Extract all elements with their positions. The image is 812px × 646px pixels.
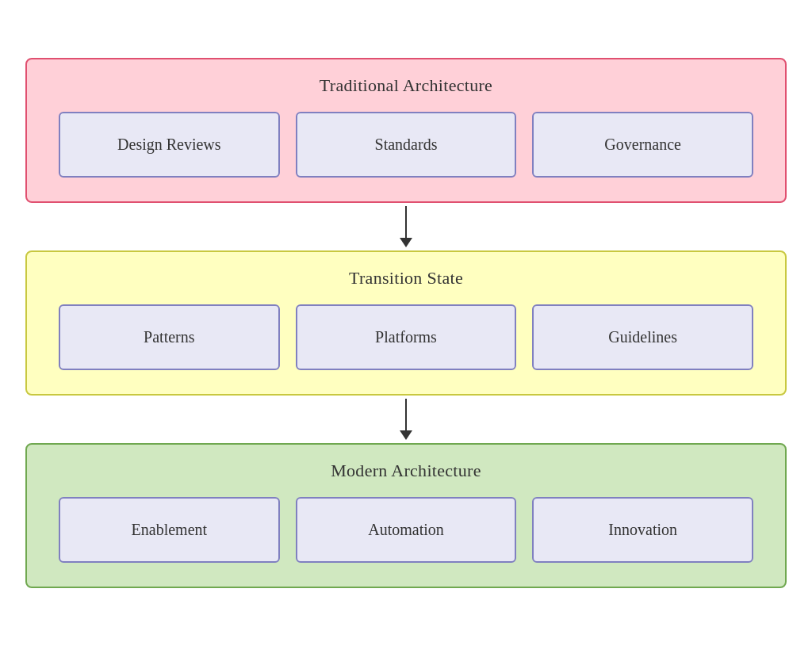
modern-architecture-section: Modern Architecture Enablement Automatio… (25, 443, 787, 588)
arrow-head-2 (400, 430, 412, 440)
standards-item: Standards (296, 112, 517, 178)
down-arrow-1 (400, 206, 412, 247)
traditional-architecture-section: Traditional Architecture Design Reviews … (25, 58, 787, 203)
patterns-item: Patterns (59, 304, 280, 370)
arrow-1 (25, 203, 787, 250)
transition-items-row: Patterns Platforms Guidelines (59, 304, 753, 370)
transition-state-title: Transition State (349, 268, 463, 289)
design-reviews-item: Design Reviews (59, 112, 280, 178)
arrow-head-1 (400, 238, 412, 247)
innovation-item: Innovation (532, 497, 753, 563)
transition-state-section: Transition State Patterns Platforms Guid… (25, 250, 787, 396)
traditional-items-row: Design Reviews Standards Governance (59, 112, 753, 178)
platforms-item: Platforms (296, 304, 517, 370)
arrow-line-2 (405, 399, 407, 430)
modern-architecture-title: Modern Architecture (331, 461, 481, 481)
arrow-line-1 (405, 206, 407, 238)
governance-item: Governance (532, 112, 753, 178)
enablement-item: Enablement (59, 497, 280, 563)
automation-item: Automation (296, 497, 517, 563)
diagram-container: Traditional Architecture Design Reviews … (25, 42, 787, 604)
modern-items-row: Enablement Automation Innovation (59, 497, 753, 563)
guidelines-item: Guidelines (532, 304, 753, 370)
arrow-2 (25, 396, 787, 443)
down-arrow-2 (400, 399, 412, 440)
traditional-architecture-title: Traditional Architecture (320, 75, 492, 96)
